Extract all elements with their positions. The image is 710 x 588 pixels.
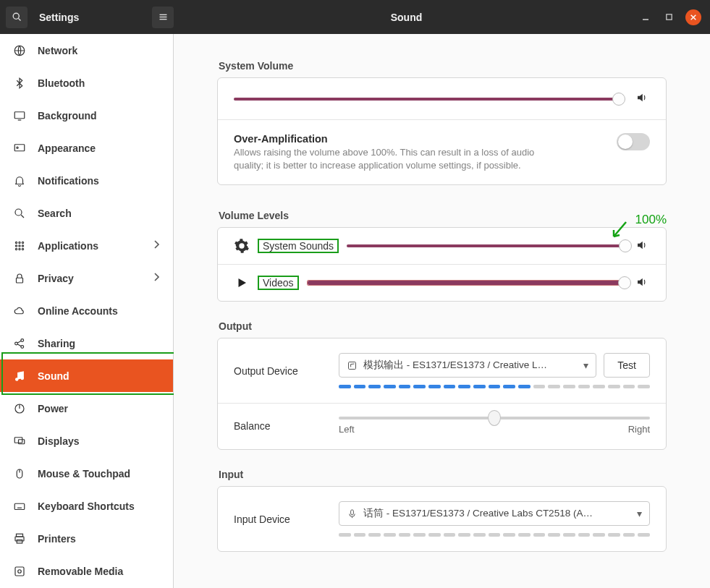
play-icon [234,275,250,291]
svg-point-17 [22,242,23,243]
over-amplification-toggle[interactable] [617,133,650,150]
sidebar-item-appearance[interactable]: Appearance [0,132,173,164]
system-volume-slider[interactable] [234,98,622,101]
output-title: Output [219,320,667,332]
window-maximize-button[interactable] [662,11,675,24]
media-icon [13,565,26,578]
sidebar-item-power[interactable]: Power [0,392,173,425]
test-button-label: Test [617,359,636,371]
svg-rect-46 [349,362,356,369]
hamburger-icon [158,12,169,22]
svg-rect-43 [17,540,22,543]
sidebar-item-label: Printers [38,533,160,545]
svg-point-21 [15,248,17,250]
keyboard-icon [13,500,26,513]
videos-slider[interactable] [307,280,625,286]
sidebar-item-applications[interactable]: Applications [0,229,173,262]
sidebar-item-sharing[interactable]: Sharing [0,327,173,359]
share-icon [13,337,26,350]
gear-icon [234,238,250,254]
system-volume-title: System Volume [219,60,667,72]
svg-point-23 [22,248,23,250]
svg-point-12 [17,147,18,148]
system-sounds-slider[interactable] [347,244,625,247]
sidebar-item-printers[interactable]: Printers [0,522,173,555]
chevron-right-icon [153,239,160,252]
volume-level-videos: Videos [218,264,666,301]
output-device-dropdown[interactable]: 模拟输出 - ES1371/ES1373 / Creative L… ▾ [339,353,596,378]
over-amplification-row: Over-Amplification Allows raising the vo… [218,119,666,184]
speaker-icon[interactable] [635,91,650,106]
caret-down-icon: ▾ [583,359,588,371]
balance-label: Balance [234,420,324,432]
globe-icon [13,44,26,57]
sidebar-item-removable-media[interactable]: Removable Media [0,555,173,587]
sidebar-item-label: Privacy [38,273,141,284]
window-close-button[interactable] [685,9,701,25]
output-panel: Output Device 模拟输出 - ES1371/ES1373 / Cre… [217,338,667,450]
sidebar-item-label: Network [38,45,160,56]
page-title: Sound [174,12,639,23]
volume-level-label: System Sounds [258,239,338,252]
sidebar-item-label: Sound [38,370,160,382]
menu-button[interactable] [152,7,174,28]
sidebar-item-notifications[interactable]: Notifications [0,164,173,197]
svg-point-28 [16,378,18,380]
search-icon [12,12,22,22]
window-minimize-button[interactable] [639,11,652,24]
sidebar-item-label: Mouse & Touchpad [38,468,160,480]
svg-rect-36 [14,503,25,509]
sidebar-item-privacy[interactable]: Privacy [0,262,173,294]
svg-point-13 [15,209,22,216]
output-device-label: Output Device [234,365,324,377]
svg-point-22 [19,248,20,250]
volume-levels-title: Volume Levels [219,210,289,221]
content-area[interactable]: System Volume Over-Amplification Allows … [174,34,710,588]
speaker-icon[interactable] [635,239,650,254]
svg-line-14 [21,215,24,218]
search-button[interactable] [6,7,28,28]
sidebar-item-label: Online Accounts [38,305,160,317]
search-icon [13,207,26,220]
input-device-row: Input Device 话筒 - ES1371/ES1373 / Creati… [218,487,666,551]
sidebar-item-displays[interactable]: Displays [0,425,173,457]
svg-rect-6 [666,14,671,20]
sidebar-item-label: Applications [38,240,141,252]
svg-rect-11 [14,144,25,150]
output-device-row: Output Device 模拟输出 - ES1371/ES1373 / Cre… [218,338,666,403]
volume-level-system-sounds: System Sounds [218,228,666,264]
system-volume-panel: Over-Amplification Allows raising the vo… [217,77,667,185]
annotation-100-percent: 100% [635,213,667,227]
sidebar-item-label: Removable Media [38,566,160,577]
balance-right-label: Right [628,424,650,435]
sidebar-item-label: Notifications [38,175,160,187]
over-amplification-description: Allows raising the volume above 100%. Th… [234,146,567,171]
svg-point-20 [22,244,23,246]
speaker-icon[interactable] [635,276,650,291]
sidebar[interactable]: Network Bluetooth Background Appearance … [0,34,174,588]
balance-slider[interactable] [339,417,650,419]
sidebar-item-sound[interactable]: Sound [0,359,173,392]
sidebar-item-background[interactable]: Background [0,99,173,132]
sidebar-item-mouse-touchpad[interactable]: Mouse & Touchpad [0,457,173,490]
sidebar-item-bluetooth[interactable]: Bluetooth [0,67,173,99]
over-amplification-title: Over-Amplification [234,133,604,145]
sidebar-item-keyboard-shortcuts[interactable]: Keyboard Shortcuts [0,490,173,522]
output-test-button[interactable]: Test [604,353,650,378]
sidebar-item-label: Keyboard Shortcuts [38,500,160,512]
audio-card-icon [347,360,358,371]
sidebar-item-network[interactable]: Network [0,34,173,67]
sidebar-item-online-accounts[interactable]: Online Accounts [0,294,173,327]
svg-rect-24 [17,278,23,283]
svg-rect-47 [351,509,354,514]
printer-icon [13,532,26,545]
input-device-dropdown[interactable]: 话筒 - ES1371/ES1373 / Creative Labs CT251… [339,501,650,526]
cloud-icon [13,304,26,318]
svg-line-1 [18,18,20,20]
output-device-value: 模拟输出 - ES1371/ES1373 / Creative L… [363,359,578,372]
display-icon [13,109,26,122]
sidebar-item-label: Power [38,403,160,414]
chevron-right-icon [153,272,160,284]
sidebar-item-search[interactable]: Search [0,197,173,229]
balance-left-label: Left [339,424,355,435]
